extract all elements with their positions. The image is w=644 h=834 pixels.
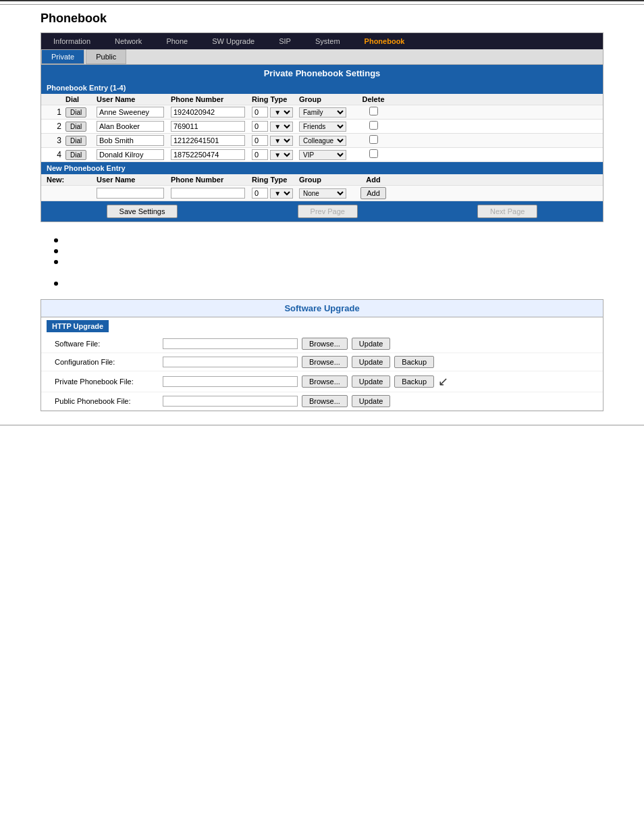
group-select-2[interactable]: Family Friends Colleague VIP None: [299, 122, 346, 132]
row-ringtype: ▼: [252, 107, 299, 118]
bullet-dot-1: [54, 238, 58, 242]
delete-checkbox-2[interactable]: [369, 121, 378, 130]
new-col-add: Add: [360, 176, 387, 184]
new-phone-input[interactable]: [171, 188, 245, 199]
new-entry-header: New: User Name Phone Number Ring Type Gr…: [41, 174, 603, 186]
prev-page-button[interactable]: Prev Page: [298, 205, 358, 218]
name-input-1[interactable]: [97, 107, 164, 118]
row-ringtype: ▼: [252, 135, 299, 146]
sw-backup-private-phonebook[interactable]: Backup: [394, 375, 434, 388]
nav-item-system[interactable]: System: [303, 33, 352, 49]
page-title: Phonebook: [41, 11, 644, 26]
sw-label-private-phonebook: Private Phonebook File:: [55, 377, 163, 386]
delete-checkbox-4[interactable]: [369, 149, 378, 158]
save-settings-button[interactable]: Save Settings: [107, 205, 178, 218]
sw-file-input-private-phonebook[interactable]: [163, 376, 298, 387]
row-delete: [360, 149, 387, 160]
nav-item-information[interactable]: Information: [41, 33, 103, 49]
phone-input-3[interactable]: [171, 135, 245, 146]
nav-item-sw-upgrade[interactable]: SW Upgrade: [200, 33, 267, 49]
ringtype-select-2[interactable]: ▼: [270, 122, 293, 132]
table-header: Dial User Name Phone Number Ring Type Gr…: [41, 94, 603, 105]
new-col-phone: Phone Number: [171, 176, 252, 184]
dial-button-2[interactable]: Dial: [65, 122, 86, 132]
sw-update-public-phonebook[interactable]: Update: [352, 395, 390, 407]
row-num: 3: [47, 136, 65, 145]
http-upgrade-label: HTTP Upgrade: [47, 320, 109, 332]
ringtype-select-1[interactable]: ▼: [270, 107, 293, 118]
col-header-phone: Phone Number: [171, 95, 252, 103]
sw-browse-public-phonebook[interactable]: Browse...: [302, 395, 348, 407]
new-ringtype-select[interactable]: ▼: [270, 188, 293, 199]
row-name: [97, 121, 171, 132]
bullet-section: [41, 236, 603, 286]
add-button[interactable]: Add: [360, 187, 386, 199]
ringtype-select-4[interactable]: ▼: [270, 150, 293, 160]
row-ringtype: ▼: [252, 121, 299, 132]
name-input-4[interactable]: [97, 149, 164, 160]
name-input-3[interactable]: [97, 135, 164, 146]
next-page-button[interactable]: Next Page: [477, 205, 537, 218]
sw-update-software[interactable]: Update: [352, 338, 390, 350]
row-num: 1: [47, 107, 65, 117]
delete-checkbox-3[interactable]: [369, 135, 378, 144]
nav-item-phone[interactable]: Phone: [154, 33, 200, 49]
new-row-group: None Family Friends Colleague VIP: [299, 188, 360, 199]
nav-item-sip[interactable]: SIP: [267, 33, 303, 49]
nav-item-phonebook[interactable]: Phonebook: [352, 33, 417, 49]
new-entry-label: New Phonebook Entry: [41, 162, 603, 174]
sw-browse-private-phonebook[interactable]: Browse...: [302, 375, 348, 388]
sw-file-input-config[interactable]: [163, 357, 298, 367]
bullet-item-1: [41, 236, 603, 242]
new-name-input[interactable]: [97, 188, 164, 199]
software-upgrade-section: Software Upgrade HTTP Upgrade Software F…: [41, 299, 603, 411]
row-phone: [171, 135, 252, 146]
tab-public[interactable]: Public: [86, 49, 126, 64]
ringtype-select-3[interactable]: ▼: [270, 136, 293, 146]
ringtype-input-3[interactable]: [252, 135, 268, 146]
ringtype-input-4[interactable]: [252, 149, 268, 160]
row-group: Family Friends Colleague VIP None: [299, 122, 360, 132]
tab-private[interactable]: Private: [41, 49, 84, 64]
bullet-dot-2: [54, 249, 58, 253]
ringtype-input-2[interactable]: [252, 121, 268, 132]
row-phone: [171, 149, 252, 160]
group-select-3[interactable]: Family Friends Colleague VIP None: [299, 136, 346, 146]
name-input-2[interactable]: [97, 121, 164, 132]
sw-backup-config[interactable]: Backup: [394, 356, 434, 368]
table-row: 3 Dial ▼ Family Friends Colleague VIP No…: [41, 134, 603, 148]
group-select-4[interactable]: Family Friends Colleague VIP None: [299, 150, 346, 160]
new-entry-row: ▼ None Family Friends Colleague VIP Add: [41, 186, 603, 201]
row-group: Family Friends Colleague VIP None: [299, 150, 360, 160]
row-name: [97, 149, 171, 160]
dial-button-4[interactable]: Dial: [65, 150, 86, 160]
new-ringtype-input[interactable]: [252, 188, 268, 199]
row-phone: [171, 121, 252, 132]
dial-button-3[interactable]: Dial: [65, 136, 86, 146]
row-delete: [360, 107, 387, 118]
sw-browse-config[interactable]: Browse...: [302, 356, 348, 368]
sw-update-private-phonebook[interactable]: Update: [352, 375, 390, 388]
sw-file-input-software[interactable]: [163, 338, 298, 349]
phone-input-2[interactable]: [171, 121, 245, 132]
row-group: Family Friends Colleague VIP None: [299, 107, 360, 118]
delete-checkbox-1[interactable]: [369, 107, 378, 115]
col-header-group: Group: [299, 95, 360, 103]
sw-file-input-public-phonebook[interactable]: [163, 396, 298, 407]
sw-label-config: Configuration File:: [55, 358, 163, 366]
new-row-ringtype: ▼: [252, 188, 299, 199]
bullet-dot-3: [54, 260, 58, 264]
bullet-item-3: [41, 257, 603, 264]
nav-item-network[interactable]: Network: [103, 33, 154, 49]
ringtype-input-1[interactable]: [252, 107, 268, 118]
phone-input-1[interactable]: [171, 107, 245, 118]
new-group-select[interactable]: None Family Friends Colleague VIP: [299, 188, 346, 199]
group-select-1[interactable]: Family Friends Colleague VIP None: [299, 107, 346, 118]
sw-browse-software[interactable]: Browse...: [302, 338, 348, 350]
dial-button-1[interactable]: Dial: [65, 107, 86, 118]
col-header-delete: Delete: [360, 95, 387, 103]
sw-update-config[interactable]: Update: [352, 356, 390, 368]
new-col-group: Group: [299, 176, 360, 184]
phone-input-4[interactable]: [171, 149, 245, 160]
row-dial: Dial: [65, 107, 97, 118]
